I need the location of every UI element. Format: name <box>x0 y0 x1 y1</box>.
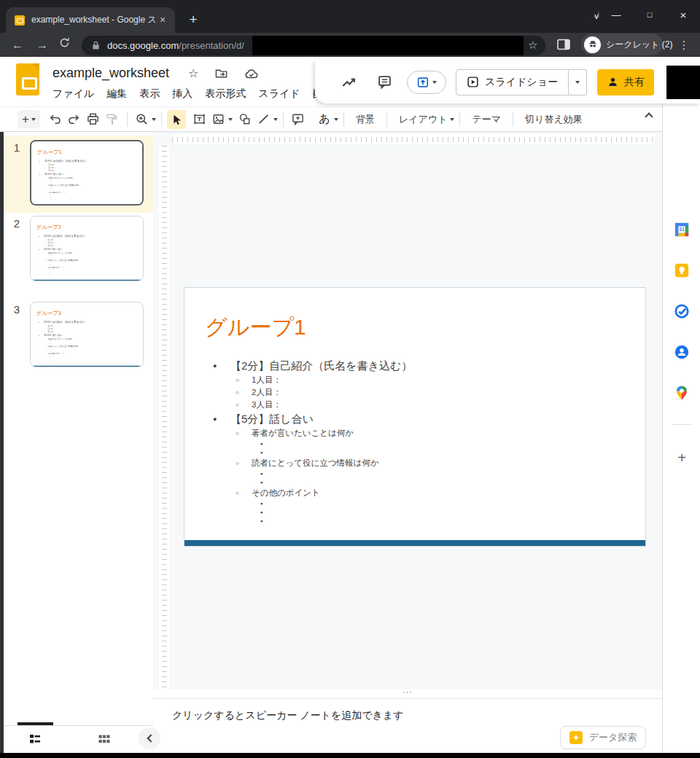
slide-thumbnail[interactable]: グループ2 【2分】自己紹介（氏名を書き込む）1人目：2人目：3人目：【5分】話… <box>30 216 144 281</box>
incognito-badge[interactable]: シークレット (2) <box>581 34 663 55</box>
activity-trend-icon[interactable] <box>339 73 357 92</box>
window-minimize-button[interactable]: — <box>599 9 633 20</box>
new-slide-button[interactable]: + <box>18 110 40 128</box>
slideshow-button[interactable]: スライドショー <box>456 69 569 95</box>
present-button[interactable] <box>407 71 446 94</box>
cloud-status-icon[interactable] <box>244 68 259 79</box>
explore-button[interactable]: データ探索 <box>560 726 646 749</box>
slide-body[interactable]: 【2分】自己紹介（氏名を書き込む）1人目：2人目：3人目：【5分】話し合い著者が… <box>184 358 638 525</box>
bullet-item-level-3 <box>184 448 638 457</box>
tasks-icon[interactable] <box>674 303 690 319</box>
window-controls: ∨ — □ × <box>594 0 700 29</box>
select-tool-icon[interactable] <box>167 110 186 129</box>
thumb-accent-bar <box>32 205 144 206</box>
window-close-button[interactable]: × <box>666 9 700 21</box>
zoom-icon[interactable] <box>133 110 152 129</box>
tab-title: example_worksheet - Google スラ <box>31 14 156 26</box>
header-action-card: スライドショー 共有 <box>315 60 700 103</box>
move-folder-icon[interactable] <box>214 67 228 79</box>
keep-icon[interactable] <box>674 262 690 278</box>
speaker-notes-placeholder[interactable]: クリックするとスピーカー ノートを追加できます <box>172 709 403 721</box>
bullet-item-level-3 <box>31 273 143 276</box>
menu-edit[interactable]: 編集 <box>106 87 127 101</box>
text-format-glyph: あ <box>319 112 330 126</box>
tab-close-icon[interactable]: × <box>156 14 169 27</box>
image-caret[interactable] <box>228 118 233 121</box>
text-format-tool[interactable]: あ <box>315 110 334 129</box>
comment-history-icon[interactable] <box>376 73 394 92</box>
svg-text:31: 31 <box>679 227 685 232</box>
notes-resize-handle[interactable]: ⋯ <box>153 689 662 698</box>
window-chevron-icon[interactable]: ∨ <box>594 12 599 17</box>
bullet-item-level-1: 【5分】話し合い <box>184 411 638 427</box>
current-slide[interactable]: グループ1 【2分】自己紹介（氏名を書き込む）1人目：2人目：3人目：【5分】話… <box>184 287 646 547</box>
new-tab-button[interactable]: + <box>184 10 203 29</box>
text-format-caret[interactable] <box>334 118 338 121</box>
collapse-menus-icon[interactable] <box>645 112 653 120</box>
toolbar: + <box>0 106 662 132</box>
window-maximize-button[interactable]: □ <box>633 10 666 19</box>
star-document-icon[interactable]: ☆ <box>188 66 198 80</box>
text-box-icon[interactable] <box>190 110 209 129</box>
back-icon[interactable]: ← <box>9 36 26 54</box>
document-title[interactable]: example_worksheet <box>52 66 169 81</box>
bullet-item-level-2: 1人目： <box>184 374 638 386</box>
background-button[interactable]: 背景 <box>349 113 381 126</box>
insert-shape-icon[interactable] <box>236 110 254 129</box>
filmstrip-slide-1[interactable]: 1 グループ1 【2分】自己紹介（氏名を書き込む）1人目：2人目：3人目：【5分… <box>4 136 153 213</box>
slides-logo-icon[interactable] <box>16 63 39 95</box>
grid-view-icon[interactable] <box>97 732 112 746</box>
url-bar[interactable]: docs.google.com/presentation/d/ ☆ <box>82 36 545 55</box>
bullet-item-level-2: 3人目： <box>184 399 638 411</box>
bullet-item-level-3 <box>184 508 638 517</box>
slideshow-label: スライドショー <box>485 76 558 89</box>
new-slide-caret[interactable] <box>31 118 36 121</box>
undo-icon[interactable] <box>46 110 65 129</box>
filmstrip-view-icon[interactable] <box>28 732 42 746</box>
menu-format[interactable]: 表示形式 <box>205 87 246 101</box>
thumb-accent-bar <box>31 280 144 281</box>
calendar-icon[interactable]: 31 <box>674 222 690 238</box>
insert-comment-icon[interactable] <box>289 110 308 129</box>
share-button[interactable]: 共有 <box>597 69 654 95</box>
bullet-item-level-3 <box>184 439 638 448</box>
bookmark-star-icon[interactable]: ☆ <box>528 39 537 52</box>
horizontal-ruler <box>172 134 655 144</box>
url-path: /presentation/d/ <box>179 40 244 51</box>
slide-thumbnail[interactable]: グループ1 【2分】自己紹介（氏名を書き込む）1人目：2人目：3人目：【5分】話… <box>30 140 144 206</box>
url-redaction <box>252 36 524 55</box>
layout-caret[interactable] <box>450 118 454 121</box>
slide-thumbnail[interactable]: グループ3 【2分】自己紹介（氏名を書き込む）1人目：2人目：3人目：【5分】話… <box>30 302 144 367</box>
transition-button[interactable]: 切り替え効果 <box>518 113 589 126</box>
present-dropdown-caret[interactable] <box>432 81 437 84</box>
slide-title[interactable]: グループ1 <box>205 313 306 343</box>
filmstrip-slide-2[interactable]: 2 グループ2 【2分】自己紹介（氏名を書き込む）1人目：2人目：3人目：【5分… <box>4 213 153 287</box>
print-icon[interactable] <box>84 110 103 129</box>
bullet-item-level-2: 2人目： <box>184 386 638 399</box>
menu-insert[interactable]: 挿入 <box>172 87 192 101</box>
reload-icon[interactable] <box>58 36 76 54</box>
forward-icon[interactable]: → <box>34 36 51 54</box>
line-caret[interactable] <box>273 118 278 121</box>
avatar[interactable] <box>666 66 700 99</box>
redo-icon[interactable] <box>65 110 84 129</box>
theme-button[interactable]: テーマ <box>465 113 508 126</box>
browser-menu-icon[interactable]: ⋮ <box>675 36 693 54</box>
layout-button[interactable]: レイアウト <box>392 113 451 126</box>
collapse-filmstrip-button[interactable] <box>139 727 160 749</box>
contacts-icon[interactable] <box>674 344 690 360</box>
slideshow-dropdown-button[interactable] <box>569 69 587 95</box>
zoom-caret[interactable] <box>152 118 156 121</box>
menu-slide[interactable]: スライド <box>258 87 300 101</box>
insert-image-icon[interactable] <box>209 110 228 129</box>
add-addon-button[interactable]: + <box>674 450 690 466</box>
filmstrip-slide-3[interactable]: 3 グループ3 【2分】自己紹介（氏名を書き込む）1人目：2人目：3人目：【5分… <box>4 299 153 373</box>
side-panel-icon[interactable] <box>556 38 571 51</box>
browser-tab[interactable]: example_worksheet - Google スラ × <box>6 7 175 33</box>
bullet-item-level-3 <box>184 469 638 478</box>
paint-format-icon[interactable] <box>103 110 122 129</box>
maps-icon[interactable] <box>674 385 690 401</box>
menu-view[interactable]: 表示 <box>139 87 160 101</box>
menu-file[interactable]: ファイル <box>52 87 94 101</box>
insert-line-icon[interactable] <box>254 110 273 129</box>
